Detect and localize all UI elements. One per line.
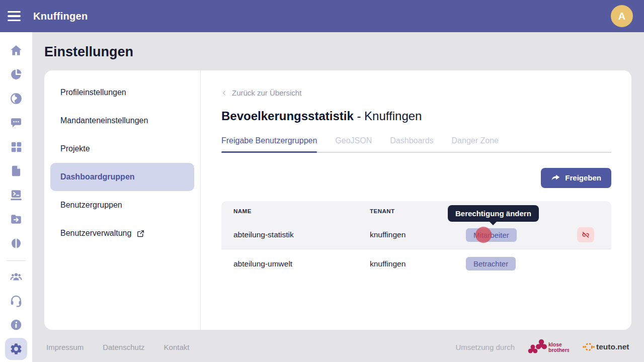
nav-item-profileinstellungen[interactable]: Profileinstellungen [50, 78, 194, 107]
footer-link-datenschutz[interactable]: Datenschutz [103, 343, 144, 351]
main-area: Einstellungen Profileinstellungen Mandan… [32, 32, 644, 362]
permission-badge[interactable]: Betrachter [466, 257, 516, 270]
footer-links: Impressum Datenschutz Kontakt [46, 343, 189, 351]
document-icon[interactable] [5, 160, 27, 182]
rail-divider [7, 260, 26, 261]
avatar[interactable]: A [611, 5, 633, 27]
row-tenant: knuffingen [370, 230, 466, 239]
nav-item-dashboardgruppen[interactable]: Dashboardgruppen [50, 163, 194, 191]
chat-icon[interactable] [5, 112, 27, 134]
toolbar: Freigeben [221, 168, 611, 188]
teuto-net-logo[interactable]: teuto.net [582, 340, 630, 353]
terminal-icon[interactable] [5, 184, 27, 206]
menu-icon[interactable] [4, 6, 24, 26]
unshare-button[interactable] [577, 227, 594, 242]
apps-grid-icon[interactable] [5, 136, 27, 158]
detail-title: Bevoelkerungsstatistik - Knuffingen [221, 109, 611, 123]
permission-badge[interactable]: Mitarbeiter [466, 228, 517, 242]
globe-icon[interactable] [5, 87, 27, 110]
row-tenant: knuffingen [370, 259, 466, 268]
settings-gear-icon[interactable] [5, 338, 27, 360]
topbar: Knuffingen A [0, 0, 644, 32]
table-row: abteilung-umwelt knuffingen Betrachter [221, 249, 611, 279]
table-row: abteilung-statistik knuffingen Berechtig… [221, 221, 611, 249]
page-title: Einstellungen [44, 44, 133, 60]
col-name: NAME [233, 208, 370, 214]
tab-dashboards[interactable]: Dashboards [390, 136, 433, 152]
credit-text: Umsetzung durch [455, 343, 515, 351]
row-name: abteilung-umwelt [233, 259, 370, 268]
chevron-left-icon [221, 90, 227, 96]
settings-card: Profileinstellungen Mandanteneinstellung… [44, 70, 631, 330]
pie-chart-icon[interactable] [5, 63, 27, 85]
footer-link-kontakt[interactable]: Kontakt [164, 343, 190, 351]
app-root: Knuffingen A Einstellungen Profileinstel… [0, 0, 644, 362]
teuto-logo-text: teuto.net [596, 342, 629, 351]
icon-sidebar [0, 32, 32, 362]
klose-brothers-logo[interactable]: klose brothers [528, 337, 569, 356]
permission-tooltip: Berechtigung ändern [448, 205, 539, 222]
support-headset-icon[interactable] [5, 290, 27, 312]
share-table: NAME TENANT abteilung-statistik knuffing… [221, 201, 611, 279]
klose-logo-text-2: brothers [548, 347, 569, 353]
external-link-icon [136, 229, 145, 238]
nav-item-projekte[interactable]: Projekte [50, 135, 194, 163]
row-name: abteilung-statistik [233, 230, 370, 239]
tab-freigabe-benutzergruppen[interactable]: Freigabe Benutzergruppen [221, 136, 317, 152]
nav-item-benutzerverwaltung[interactable]: Benutzerverwaltung [50, 219, 194, 247]
users-icon[interactable] [5, 265, 27, 288]
detail-title-tenant: - Knuffingen [354, 109, 422, 123]
freigeben-button[interactable]: Freigeben [541, 168, 611, 188]
info-icon[interactable] [5, 314, 27, 336]
avatar-initial: A [618, 11, 625, 22]
folder-share-icon[interactable] [5, 208, 27, 230]
tab-geojson[interactable]: GeoJSON [335, 136, 372, 152]
footer: Impressum Datenschutz Kontakt Umsetzung … [46, 332, 630, 362]
app-title: Knuffingen [33, 11, 88, 22]
share-arrow-icon [551, 174, 560, 182]
footer-link-impressum[interactable]: Impressum [46, 343, 84, 351]
settings-nav: Profileinstellungen Mandanteneinstellung… [44, 70, 201, 330]
tab-bar: Freigabe Benutzergruppen GeoJSON Dashboa… [221, 136, 611, 153]
permission-cell: Berechtigung ändern Mitarbeiter [466, 228, 577, 242]
home-icon[interactable] [5, 39, 27, 61]
split-circle-icon[interactable] [5, 232, 27, 254]
permission-cell: Betrachter [466, 257, 577, 270]
table-header: NAME TENANT [221, 201, 611, 221]
nav-item-mandanteneinstellungen[interactable]: Mandanteneinstellungen [50, 107, 194, 135]
detail-content: Zurück zur Übersicht Bevoelkerungsstatis… [221, 85, 611, 330]
footer-credit: Umsetzung durch klose brothers [455, 337, 630, 356]
link-off-icon [581, 230, 590, 239]
back-link[interactable]: Zurück zur Übersicht [221, 88, 301, 97]
tab-danger-zone[interactable]: Danger Zone [452, 136, 499, 152]
detail-title-bold: Bevoelkerungsstatistik [221, 109, 354, 123]
nav-item-benutzergruppen[interactable]: Benutzergruppen [50, 191, 194, 219]
